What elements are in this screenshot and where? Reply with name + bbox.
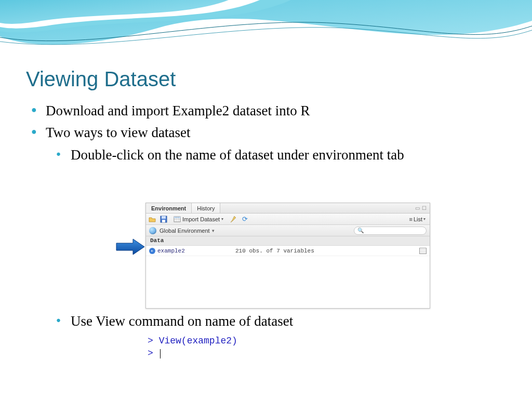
arrow-icon: [115, 238, 147, 256]
bullet-2-text: Two ways to view dataset: [46, 125, 191, 140]
sub-bullet-1: Double-click on the name of dataset unde…: [56, 145, 501, 164]
import-dataset-button[interactable]: Import Dataset ▾: [171, 215, 226, 224]
chevron-down-icon: ▾: [423, 217, 425, 221]
maximize-icon[interactable]: ☐: [422, 205, 427, 211]
console-line-2: >: [148, 347, 256, 360]
console-command: View(example2): [159, 336, 237, 346]
grid-icon[interactable]: [419, 248, 427, 254]
search-input[interactable]: 🔍: [354, 227, 427, 235]
minimize-icon[interactable]: ▭: [415, 205, 420, 211]
panel-toolbar: Import Dataset ▾ ⟳ ≡ List ▾: [146, 214, 430, 225]
tab-environment[interactable]: Environment: [146, 203, 192, 213]
console-line-1: > View(example2): [148, 335, 256, 347]
slide-title: Viewing Dataset: [26, 68, 176, 91]
environment-panel: Environment History ▭ ☐ Import Dataset ▾: [145, 203, 430, 309]
window-controls: ▭ ☐: [415, 203, 430, 213]
bullet-list: Download and import Example2 dataset int…: [31, 101, 501, 164]
import-label: Import Dataset: [182, 216, 220, 222]
list-toggle[interactable]: ≡ List ▾: [407, 216, 428, 223]
broom-icon[interactable]: [229, 215, 237, 223]
tab-history[interactable]: History: [192, 203, 220, 213]
slide: Viewing Dataset Download and import Exam…: [0, 0, 532, 399]
panel-tabs: Environment History ▭ ☐: [146, 203, 430, 214]
svg-rect-2: [162, 220, 165, 222]
globe-icon: [149, 227, 156, 234]
save-icon[interactable]: [159, 215, 168, 223]
open-icon[interactable]: [148, 215, 156, 223]
console-snippet: > View(example2) >: [144, 332, 259, 362]
prompt: >: [148, 348, 153, 358]
sub-list: Double-click on the name of dataset unde…: [46, 145, 501, 164]
chevron-down-icon: ▾: [221, 217, 223, 221]
chevron-down-icon: ▾: [212, 228, 215, 233]
bullet-1: Download and import Example2 dataset int…: [31, 101, 501, 120]
data-section-header: Data: [146, 236, 430, 246]
object-description: 210 obs. of 7 variables: [235, 248, 419, 254]
expand-icon[interactable]: ▸: [149, 248, 155, 254]
wave-header: [0, 0, 532, 68]
list-label: List: [414, 216, 422, 222]
scope-label[interactable]: Global Environment: [159, 228, 210, 234]
object-name: example2: [157, 248, 235, 254]
svg-rect-4: [174, 217, 180, 218]
sub-bullet-2: Use View command on name of dataset: [56, 312, 293, 330]
cursor-icon: [160, 349, 161, 358]
data-row-example2[interactable]: ▸ example2 210 obs. of 7 variables: [146, 246, 430, 256]
bullet-2: Two ways to view dataset Double-click on…: [31, 123, 501, 164]
content: Download and import Example2 dataset int…: [31, 101, 501, 167]
scope-bar: Global Environment ▾ 🔍: [146, 225, 430, 236]
sub-list-2: Use View command on name of dataset: [56, 312, 293, 330]
svg-rect-1: [162, 216, 166, 219]
search-icon: 🔍: [357, 228, 364, 233]
prompt: >: [148, 336, 153, 346]
refresh-icon[interactable]: ⟳: [241, 215, 249, 223]
